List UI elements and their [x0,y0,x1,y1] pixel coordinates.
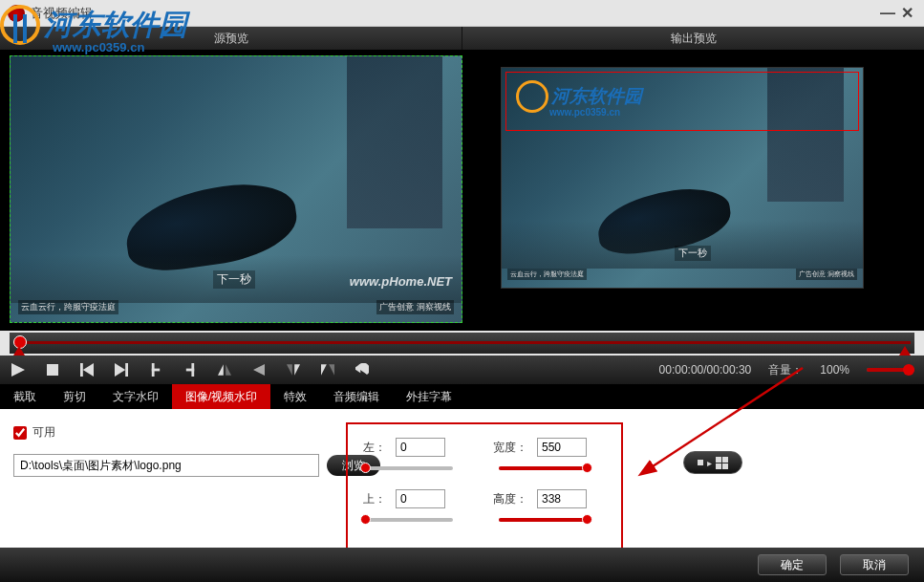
tab-clip[interactable]: 截取 [0,384,50,409]
app-icon [8,5,25,22]
svg-marker-13 [287,364,292,376]
svg-rect-3 [80,363,83,377]
rotate-left-button[interactable] [250,361,268,378]
timeline-out-marker[interactable] [899,346,911,356]
svg-marker-12 [253,364,265,376]
left-slider[interactable] [365,466,453,470]
svg-marker-16 [329,364,334,376]
left-label: 左： [359,440,386,456]
width-slider[interactable] [499,466,587,470]
watermark-overlay-box[interactable]: 河东软件园 www.pc0359.cn [505,72,859,131]
top-input[interactable] [396,489,445,508]
prev-frame-button[interactable] [78,361,96,378]
overlay-watermark-url: www.pc0359.cn [549,107,620,118]
file-path-input[interactable] [13,454,319,477]
svg-rect-7 [152,369,160,372]
footer: 确定 取消 [0,548,924,582]
width-input[interactable] [537,438,587,457]
cancel-button[interactable]: 取消 [840,554,909,575]
svg-marker-2 [83,363,94,377]
source-preview-label: 源预览 [0,27,462,50]
timeline[interactable] [10,333,914,354]
tab-crop[interactable]: 剪切 [50,384,99,409]
tab-effects[interactable]: 特效 [270,384,320,409]
tabbar: 截取 剪切 文字水印 图像/视频水印 特效 音频编辑 外挂字幕 [0,384,924,409]
top-label: 上： [359,491,386,507]
output-preview[interactable]: 河东软件园 www.pc0359.cn 下一秒 云血云行，跨服守疫法庭 广告创意… [501,67,864,289]
minimize-button[interactable]: — [878,5,897,22]
player-toolbar: 00:00:00/00:00:30 音量： 100% [0,356,924,384]
top-slider[interactable] [365,518,453,522]
height-input[interactable] [537,489,587,508]
svg-rect-5 [125,363,128,377]
width-label: 宽度： [493,440,527,456]
stop-button[interactable] [44,361,61,378]
aspect-ratio-button[interactable]: ▸ [683,451,742,474]
preview-header: 源预览 输出预览 [0,27,924,50]
svg-marker-4 [115,363,125,377]
volume-slider[interactable] [867,368,914,372]
preview-area: 下一秒 云血云行，跨服守疫法庭 广告创意 洞察视线 www.pHome.NET … [0,50,924,331]
svg-rect-9 [186,369,194,372]
corner-br-out: 广告创意 洞察视线 [796,269,857,280]
flip-v-button[interactable] [285,361,302,378]
rotate-right-button[interactable] [319,361,336,378]
tab-text-watermark[interactable]: 文字水印 [99,384,172,409]
corner-br: 广告创意 洞察视线 [376,300,454,314]
svg-marker-10 [218,364,224,376]
params-highlight-box: 左： 宽度： 上： 高度： [346,422,623,566]
svg-rect-1 [47,364,58,376]
tab-image-watermark[interactable]: 图像/视频水印 [172,384,270,409]
tab-audio-edit[interactable]: 音频编辑 [320,384,393,409]
ok-button[interactable]: 确定 [758,554,827,575]
flip-h-button[interactable] [216,361,233,378]
svg-marker-0 [11,363,25,377]
height-label: 高度： [493,491,527,507]
enable-label: 可用 [32,424,55,441]
close-button[interactable]: ✕ [897,4,916,22]
corner-bl-out: 云血云行，跨服守疫法庭 [507,269,587,280]
volume-value: 100% [820,363,849,377]
overlay-watermark-text: 河东软件园 [551,84,642,109]
svg-marker-11 [226,364,231,376]
height-slider[interactable] [499,518,587,522]
svg-marker-17 [355,366,359,372]
mark-out-button[interactable] [182,361,199,378]
svg-marker-15 [321,364,327,376]
play-button[interactable] [10,361,27,378]
svg-marker-14 [294,364,300,376]
output-preview-label: 输出预览 [462,27,924,50]
source-preview[interactable]: 下一秒 云血云行，跨服守疫法庭 广告创意 洞察视线 www.pHome.NET [10,55,462,323]
volume-label: 音量： [768,362,803,378]
next-frame-button[interactable] [113,361,130,378]
window-title: 音视频编辑 [31,5,878,22]
enable-checkbox[interactable] [13,426,27,440]
left-input[interactable] [396,438,445,457]
timeline-in-marker[interactable] [13,346,25,356]
next-label: 下一秒 [213,270,255,289]
tab-subtitle[interactable]: 外挂字幕 [393,384,465,409]
corner-bl: 云血云行，跨服守疫法庭 [18,300,118,314]
phome-watermark: www.pHome.NET [350,274,452,289]
undo-button[interactable] [354,361,371,378]
time-display: 00:00:00/00:00:30 [659,363,752,377]
next-label-out: 下一秒 [675,246,711,261]
mark-in-button[interactable] [147,361,164,378]
titlebar: 音视频编辑 — ✕ [0,0,924,27]
